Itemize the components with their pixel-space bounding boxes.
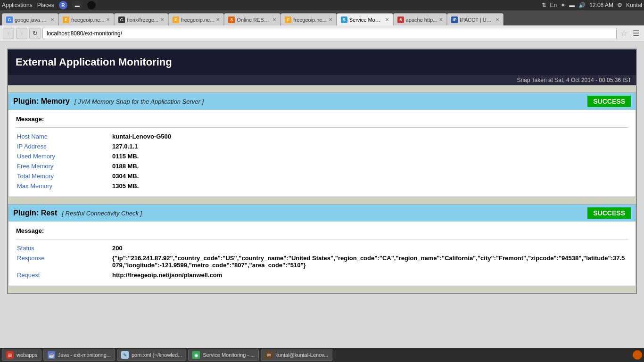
taskbar-item-1[interactable]: ⊞webapps [2, 349, 41, 353]
plugin-memory-title: Plugin: Memory [13, 97, 70, 106]
browser-tab-1[interactable]: IP IPACCT | Use... ✕ [447, 13, 504, 25]
bar-icon: ▬ [72, 1, 83, 9]
browser-tab-2[interactable]: 8 apache http... ✕ [393, 13, 447, 25]
taskbar-item-2[interactable]: ☕Java - ext-monitoring... [43, 349, 115, 353]
page-content: External Application Monitoring Snap Tak… [0, 41, 644, 353]
reload-button[interactable]: ↻ [29, 28, 41, 39]
memory-field-value: 127.0.1.1 [110, 141, 628, 151]
tab-close-3[interactable]: ✕ [385, 17, 389, 22]
taskbar-item-4[interactable]: ◉Service Monitoring - ... [188, 349, 259, 353]
rest-field-label: Request [16, 270, 110, 280]
back-button[interactable]: ‹ [3, 28, 14, 39]
memory-row: Host Namekuntal-Lenovo-G500 [16, 132, 628, 141]
volume-icon: 🔊 [578, 2, 586, 8]
network-icon: ⇅ [542, 2, 546, 8]
memory-row: Total Memory0304 MB. [16, 171, 628, 181]
browser-tab-5[interactable]: 8 Online REST ... ✕ [224, 13, 281, 25]
tab-label-8: freegeoip.ne... [71, 17, 104, 23]
memory-divider [16, 127, 628, 128]
taskbar-item-5[interactable]: ✉kuntal@kuntal-Lenov... [261, 349, 332, 353]
taskbar-icon-2: ☕ [48, 351, 55, 353]
tab-favicon-7: G [118, 16, 125, 23]
taskbar-label-2: Java - ext-monitoring... [58, 352, 111, 353]
tab-close-5[interactable]: ✕ [272, 17, 276, 22]
taskbar-label-3: pom.xml (~/knowled... [132, 352, 182, 353]
tab-close-8[interactable]: ✕ [106, 17, 110, 22]
rest-row: Status200 [16, 243, 628, 253]
plugin-rest-header: Plugin: Rest [ Restful Connectivity Chec… [8, 205, 636, 222]
tab-label-2: apache http... [406, 17, 438, 23]
section-gap-2 [8, 197, 636, 204]
forward-button[interactable]: › [16, 28, 27, 39]
plugin-memory-status: SUCCESS [587, 96, 631, 107]
rest-info-table: Status200Response{"ip":"216.241.87.92","… [16, 243, 628, 280]
rest-row: Response{"ip":"216.241.87.92","country_c… [16, 253, 628, 270]
memory-field-label: IP Address [16, 141, 110, 151]
tab-close-7[interactable]: ✕ [160, 17, 164, 22]
plugin-rest-status: SUCCESS [587, 207, 631, 219]
section-gap-1 [8, 85, 636, 92]
tab-favicon-3: S [341, 16, 347, 23]
username: Kuntal [626, 2, 642, 8]
section-gap-3 [8, 286, 636, 293]
memory-field-label: Host Name [16, 132, 110, 141]
tab-favicon-2: 8 [397, 16, 404, 23]
taskbar-icon-5: ✉ [265, 351, 272, 353]
tab-close-9[interactable]: ✕ [50, 17, 54, 22]
plugin-memory-section: Plugin: Memory [ JVM Memory Snap for the… [8, 92, 636, 197]
plugin-memory-subtitle: [ JVM Memory Snap for the Application Se… [74, 98, 204, 105]
tab-close-2[interactable]: ✕ [439, 17, 443, 22]
browser-tab-3[interactable]: S Service Moni... ✕ [337, 13, 393, 25]
taskbar-label-5: kuntal@kuntal-Lenov... [275, 352, 328, 353]
browser-tab-4[interactable]: F freegeoip.ne... ✕ [281, 13, 336, 25]
tab-label-7: fiorix/freege... [127, 17, 158, 23]
browser-tab-8[interactable]: F freegeoip.ne... ✕ [58, 13, 114, 25]
tab-favicon-4: F [285, 16, 291, 23]
rest-field-label: Status [16, 243, 110, 253]
memory-row: IP Address127.0.1.1 [16, 141, 628, 151]
applications-menu[interactable]: Applications [2, 2, 33, 8]
plugin-rest-body: Message: Status200Response{"ip":"216.241… [8, 222, 636, 286]
browser-tab-9[interactable]: G googe java cl... ✕ [2, 13, 58, 25]
bookmark-star[interactable]: ☆ [619, 29, 629, 38]
browser-menu[interactable]: ☰ [631, 29, 641, 38]
rest-field-value: 200 [110, 243, 628, 253]
system-bar: Applications Places R ▬ ⇅ En ✶ ▬ 🔊 12:06… [0, 0, 644, 10]
memory-field-label: Total Memory [16, 171, 110, 181]
memory-field-label: Used Memory [16, 151, 110, 161]
memory-field-label: Max Memory [16, 181, 110, 191]
memory-row: Max Memory1305 MB. [16, 181, 628, 191]
memory-row: Free Memory0188 MB. [16, 161, 628, 171]
clock: 12:06 AM [589, 2, 613, 8]
settings-icon: ⚙ [617, 2, 622, 8]
tab-favicon-8: F [63, 16, 69, 23]
tab-label-1: IPACCT | Use... [460, 17, 494, 23]
tab-label-3: Service Moni... [349, 17, 383, 23]
tab-label-9: googe java cl... [15, 17, 49, 23]
circle-icon [87, 1, 96, 9]
taskbar: ⊞webapps☕Java - ext-monitoring...✎pom.xm… [0, 348, 644, 353]
tab-favicon-1: IP [451, 16, 458, 23]
battery-icon: ▬ [569, 2, 575, 8]
plugin-memory-body: Message: Host Namekuntal-Lenovo-G500IP A… [8, 110, 636, 197]
places-menu[interactable]: Places [37, 2, 54, 8]
tab-favicon-5: 8 [228, 16, 235, 23]
rest-field-label: Response [16, 253, 110, 270]
browser-tab-7[interactable]: G fiorix/freege... ✕ [114, 13, 168, 25]
tab-favicon-6: F [173, 16, 179, 23]
address-bar[interactable] [42, 28, 617, 39]
taskbar-item-3[interactable]: ✎pom.xml (~/knowled... [117, 349, 186, 353]
taskbar-icon-4: ◉ [192, 351, 200, 353]
tab-close-4[interactable]: ✕ [329, 17, 332, 22]
rest-row: Requesthttp://freegeoip.net/json/planwel… [16, 270, 628, 280]
tab-label-6: freegeoip.ne... [181, 17, 214, 23]
browser-tab-6[interactable]: F freegeoip.ne... ✕ [168, 13, 224, 25]
nav-bar: ‹ › ↻ ☆ ☰ [0, 25, 644, 41]
r-icon: R [59, 1, 67, 9]
tab-close-6[interactable]: ✕ [216, 17, 220, 22]
taskbar-label-4: Service Monitoring - ... [203, 352, 255, 353]
tab-label-5: Online REST ... [237, 17, 271, 23]
tab-close-1[interactable]: ✕ [495, 17, 499, 22]
rest-message-label: Message: [16, 227, 628, 234]
memory-field-value: kuntal-Lenovo-G500 [110, 132, 628, 141]
